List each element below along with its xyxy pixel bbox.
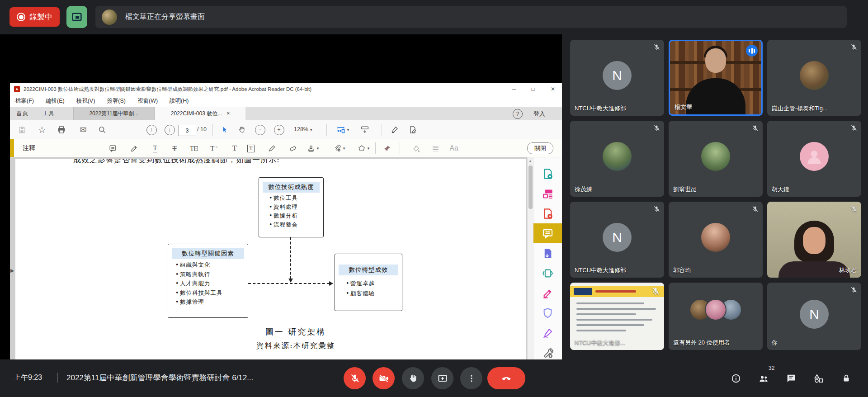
host-controls-button[interactable] bbox=[841, 373, 852, 384]
minimize-button[interactable]: ─ bbox=[505, 83, 523, 95]
activities-button[interactable] bbox=[813, 373, 824, 384]
menu-file[interactable]: 檔案(F) bbox=[15, 97, 34, 105]
add-text-tool-icon[interactable]: T bbox=[229, 143, 240, 154]
nav-pane-toggle-icon[interactable]: ▶ bbox=[10, 268, 14, 274]
signature-tool[interactable] bbox=[533, 323, 562, 343]
save-icon[interactable] bbox=[16, 124, 28, 136]
search-icon[interactable] bbox=[96, 124, 108, 136]
highlight-tool-icon[interactable] bbox=[128, 143, 139, 154]
menu-window[interactable]: 視窗(W) bbox=[137, 97, 158, 105]
participant-name: NTCU中教大進修部 bbox=[575, 104, 626, 113]
keep-tool-pin-icon[interactable] bbox=[382, 143, 392, 154]
sticky-note-tool-icon[interactable] bbox=[107, 143, 118, 154]
presenting-chip[interactable] bbox=[66, 6, 87, 28]
drawing-shapes-tool-icon[interactable] bbox=[356, 143, 371, 154]
leave-call-button[interactable] bbox=[487, 367, 525, 389]
shared-slide-tile[interactable]: NTCU中教大進修... bbox=[570, 283, 664, 350]
zoom-in-icon[interactable]: + bbox=[273, 124, 285, 136]
attach-file-tool-icon[interactable] bbox=[332, 143, 346, 154]
underline-text-tool-icon[interactable]: T bbox=[150, 143, 160, 154]
maximize-button[interactable]: □ bbox=[524, 83, 542, 95]
info-icon bbox=[731, 373, 741, 383]
help-icon[interactable]: ? bbox=[513, 109, 523, 119]
create-pdf-tool[interactable] bbox=[533, 164, 562, 184]
participant-tile[interactable]: 徐茂練 bbox=[570, 121, 664, 197]
comment-tool-selected[interactable] bbox=[533, 223, 562, 243]
meeting-details-button[interactable] bbox=[731, 373, 741, 384]
compress-pdf-tool[interactable] bbox=[533, 263, 562, 283]
page-display-icon[interactable] bbox=[359, 124, 371, 136]
page-number-input[interactable] bbox=[178, 125, 196, 136]
camera-off-button[interactable] bbox=[373, 367, 395, 389]
tab-document-2[interactable]: 2022CIMI-003 數位... × bbox=[155, 107, 245, 120]
scrollbar-thumb[interactable] bbox=[528, 165, 533, 209]
chat-button[interactable] bbox=[786, 373, 797, 384]
pencil-tool-icon[interactable] bbox=[267, 143, 278, 154]
participant-tile[interactable]: N NTCU中教大進修部 bbox=[570, 40, 664, 116]
participant-tile[interactable]: N NTCU中教大進修部 bbox=[570, 202, 664, 278]
email-icon[interactable]: ✉ bbox=[77, 124, 89, 136]
line-weight-tool-icon[interactable] bbox=[430, 143, 441, 154]
scroll-up-icon[interactable]: ▲ bbox=[528, 157, 533, 164]
tab-close-icon[interactable]: × bbox=[226, 110, 230, 117]
previous-page-icon[interactable]: ↑ bbox=[146, 124, 157, 136]
mute-mic-button[interactable] bbox=[344, 367, 366, 389]
protect-pdf-tool[interactable] bbox=[533, 303, 562, 323]
star-custom-tool-icon[interactable]: ☆ bbox=[36, 124, 48, 136]
overflow-participants-tile[interactable]: 還有另外 20 位使用者 bbox=[669, 283, 763, 350]
fill-color-tool-icon[interactable] bbox=[410, 143, 421, 154]
text-box-tool-icon[interactable]: T bbox=[245, 143, 256, 154]
close-comment-toolbar-button[interactable]: 關閉 bbox=[527, 142, 553, 154]
show-participants-button[interactable] bbox=[758, 373, 769, 384]
zoom-out-icon[interactable]: − bbox=[254, 124, 266, 136]
highlight-rail-tool[interactable] bbox=[533, 283, 562, 303]
participant-count-badge: 32 bbox=[769, 365, 774, 371]
participant-tile[interactable]: 崑山企管-楊泰和Tig... bbox=[767, 40, 861, 116]
chat-icon bbox=[786, 373, 796, 383]
active-speaker-tile[interactable]: 楊文華 bbox=[669, 40, 763, 116]
combine-files-tool[interactable] bbox=[533, 184, 562, 203]
replace-text-tool-icon[interactable]: T≡ bbox=[189, 143, 199, 154]
menu-edit[interactable]: 編輯(E) bbox=[46, 97, 65, 105]
comment-toolbar: 注釋 T T T≡ T⌃ T T Aa 關閉 bbox=[10, 139, 562, 157]
participant-tile[interactable]: 胡天鐘 bbox=[767, 121, 861, 197]
hand-tool-icon[interactable] bbox=[236, 124, 248, 136]
select-tool-icon[interactable] bbox=[219, 124, 231, 136]
clock-label: 上午9:23 bbox=[14, 373, 42, 383]
participant-tile[interactable]: 郭容均 bbox=[669, 202, 763, 278]
mic-off-icon bbox=[653, 43, 660, 51]
vertical-scrollbar[interactable]: ▲ ▼ bbox=[527, 157, 533, 384]
sign-in-button[interactable]: 登入 bbox=[533, 110, 545, 118]
more-options-button[interactable] bbox=[460, 367, 482, 389]
print-icon[interactable] bbox=[56, 124, 67, 136]
participant-video-tile[interactable]: 林玫君 bbox=[767, 202, 861, 278]
text-properties-tool-icon[interactable]: Aa bbox=[448, 143, 459, 154]
stamp-tool-icon[interactable] bbox=[306, 143, 320, 154]
raise-hand-button[interactable] bbox=[402, 367, 424, 389]
next-page-icon[interactable]: ↓ bbox=[164, 124, 175, 136]
eraser-tool-icon[interactable] bbox=[288, 143, 298, 154]
moderation-arrow-horizontal bbox=[248, 283, 330, 284]
menu-help[interactable]: 說明(H) bbox=[170, 97, 189, 105]
organize-pages-tool[interactable] bbox=[533, 243, 562, 263]
sign-pen-icon[interactable] bbox=[389, 124, 401, 136]
fill-sign-icon[interactable] bbox=[407, 124, 419, 136]
insert-text-tool-icon[interactable]: T⌃ bbox=[209, 143, 220, 154]
avatar-person bbox=[800, 142, 829, 171]
tab-tools[interactable]: 工具 bbox=[42, 107, 54, 120]
present-now-button[interactable] bbox=[431, 367, 453, 389]
zoom-level-select[interactable]: 128% bbox=[294, 126, 312, 132]
mic-off-icon bbox=[653, 205, 660, 213]
fit-width-icon[interactable] bbox=[334, 124, 352, 136]
close-button[interactable]: ✕ bbox=[544, 83, 562, 95]
menu-view[interactable]: 檢視(V) bbox=[76, 97, 95, 105]
menu-sign[interactable]: 簽署(S) bbox=[107, 97, 126, 105]
tab-document-1[interactable]: 2022第11屆中華創... bbox=[73, 107, 155, 120]
tab-home[interactable]: 首頁 bbox=[16, 107, 28, 120]
participant-tile[interactable]: 劉翁世昆 bbox=[669, 121, 763, 197]
strikethrough-text-tool-icon[interactable]: T bbox=[169, 143, 180, 154]
self-tile[interactable]: N 你 bbox=[767, 283, 861, 350]
export-pdf-tool[interactable] bbox=[533, 203, 562, 223]
moderation-arrow-vertical bbox=[290, 237, 291, 279]
arrow-head-right bbox=[329, 281, 333, 286]
